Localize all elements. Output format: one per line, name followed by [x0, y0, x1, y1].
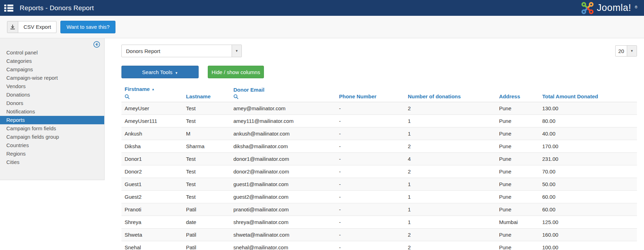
cell-address: Pune [496, 165, 539, 178]
download-icon [7, 21, 18, 33]
sidebar-item-campaign-fields-group[interactable]: Campaign fields group [0, 133, 104, 141]
cell-donor-email: diksha@mailinator.com [230, 140, 336, 153]
cell-donor-email: donor2@mailinator.com [230, 165, 336, 178]
registered-mark: ® [635, 5, 637, 9]
cell-lastname: Test [183, 115, 230, 127]
cell-lastname: date [183, 216, 230, 229]
cell-phone-number: - [336, 216, 405, 229]
column-label: Total Amount Donated [542, 93, 598, 99]
cell-donor-email: ankush@mailinator.com [230, 127, 336, 140]
column-header-donor-email[interactable]: Donor Email [230, 85, 336, 102]
cell-lastname: Test [183, 165, 230, 178]
brand-name: Joomla! [597, 2, 631, 13]
cell-phone-number: - [336, 127, 405, 140]
cell-lastname: Patil [183, 241, 230, 250]
cell-number-of-donations: 1 [405, 178, 496, 191]
collapse-sidebar-button[interactable] [93, 41, 100, 48]
column-header-firstname[interactable]: Firstname▲ [121, 85, 183, 102]
cell-total-amount-donated: 170.00 [539, 140, 637, 153]
sidebar-item-countries[interactable]: Countries [0, 141, 104, 150]
caret-down-icon: ▼ [175, 71, 178, 75]
column-header-address[interactable]: Address [496, 85, 539, 102]
cell-total-amount-donated: 60.00 [539, 203, 637, 216]
cell-total-amount-donated: 231.00 [539, 153, 637, 165]
cell-lastname: Test [183, 153, 230, 165]
joomla-brand: Joomla!® [581, 2, 637, 14]
cell-address: Pune [496, 102, 539, 115]
report-select-caret-button[interactable]: ▼ [232, 45, 241, 57]
cell-phone-number: - [336, 165, 405, 178]
sidebar-item-campaign-wise-report[interactable]: Campaign-wise report [0, 74, 104, 82]
hide-show-columns-button[interactable]: Hide / show columns [208, 66, 264, 78]
cell-phone-number: - [336, 140, 405, 153]
cell-donor-email: shweta@mailinator.com [230, 229, 336, 241]
column-label: Phone Number [339, 93, 377, 99]
cell-firstname: Donor1 [121, 153, 183, 165]
column-label: Donor Email [233, 87, 264, 93]
cell-lastname: Sharma [183, 140, 230, 153]
table-row: PranotiPatilpranoti@mailinator.com-1Pune… [121, 203, 637, 216]
menu-toggle-button[interactable] [4, 4, 14, 12]
sidebar-item-notifications[interactable]: Notifications [0, 107, 104, 116]
cell-phone-number: - [336, 115, 405, 127]
cell-lastname: Test [183, 102, 230, 115]
cell-total-amount-donated: 125.00 [539, 216, 637, 229]
csv-export-button[interactable]: CSV Export [7, 21, 57, 33]
save-prompt-button[interactable]: Want to save this? [60, 21, 115, 33]
cell-phone-number: - [336, 229, 405, 241]
search-tools-button[interactable]: Search Tools▼ [121, 66, 199, 78]
cell-address: Pune [496, 115, 539, 127]
report-select[interactable]: Donors Report ▼ [121, 45, 242, 57]
cell-firstname: AmeyUser111 [121, 115, 183, 127]
cell-address: Pune [496, 229, 539, 241]
cell-firstname: Guest1 [121, 178, 183, 191]
cell-number-of-donations: 2 [405, 140, 496, 153]
main-content: Donors Report ▼ 20 ▼ Search Tools▼ Hide … [105, 38, 644, 250]
table-row: ShwetaPatilshweta@mailinator.com-2Pune16… [121, 229, 637, 241]
sidebar-item-control-panel[interactable]: Control panel [0, 48, 104, 57]
cell-lastname: Test [183, 178, 230, 191]
cell-firstname: Pranoti [121, 203, 183, 216]
page-size-caret-button[interactable]: ▼ [627, 46, 637, 56]
cell-firstname: Snehal [121, 241, 183, 250]
cell-total-amount-donated: 80.00 [539, 115, 637, 127]
cell-phone-number: - [336, 241, 405, 250]
column-search-button[interactable] [233, 94, 333, 100]
table-body: AmeyUserTestamey@mailinator.com-2Pune130… [121, 102, 637, 250]
sidebar-item-vendors[interactable]: Vendors [0, 82, 104, 91]
table-header-row: Firstname▲LastnameDonor EmailPhone Numbe… [121, 85, 637, 102]
column-header-total-amount-donated[interactable]: Total Amount Donated [539, 85, 637, 102]
cell-total-amount-donated: 70.00 [539, 165, 637, 178]
sidebar: Control panelCategoriesCampaignsCampaign… [0, 38, 105, 180]
report-select-value: Donors Report [122, 45, 232, 57]
search-tools-label: Search Tools [142, 69, 172, 75]
column-header-lastname[interactable]: Lastname [183, 85, 230, 102]
column-search-button[interactable] [125, 94, 180, 100]
cell-firstname: Shweta [121, 229, 183, 241]
table-row: Donor2Testdonor2@mailinator.com-2Pune70.… [121, 165, 637, 178]
sidebar-item-donations[interactable]: Donations [0, 91, 104, 99]
top-header-bar: Reports - Donors Report Joomla!® [0, 0, 644, 16]
cell-lastname: Patil [183, 203, 230, 216]
table-row: SnehalPatilsnehal@mailinator.com-2Pune10… [121, 241, 637, 250]
controls-row: Donors Report ▼ 20 ▼ [121, 45, 637, 57]
chevron-down-icon: ▼ [630, 50, 633, 53]
cell-lastname: M [183, 127, 230, 140]
sidebar-item-campaigns[interactable]: Campaigns [0, 65, 104, 74]
sidebar-item-campaign-form-fields[interactable]: Campaign form fields [0, 124, 104, 133]
sidebar-item-reports[interactable]: Reports [0, 116, 104, 124]
column-header-phone-number[interactable]: Phone Number [336, 85, 405, 102]
page-size-select[interactable]: 20 ▼ [615, 45, 637, 57]
page-title: Reports - Donors Report [20, 4, 581, 12]
table-row: Guest1Testguest1@mailinator.com-1Pune50.… [121, 178, 637, 191]
table-buttons-row: Search Tools▼ Hide / show columns [121, 66, 637, 78]
sidebar-item-regions[interactable]: Regions [0, 150, 104, 158]
sidebar-item-categories[interactable]: Categories [0, 57, 104, 65]
sidebar-item-donors[interactable]: Donors [0, 99, 104, 107]
column-header-number-of-donations[interactable]: Number of donations [405, 85, 496, 102]
donors-report-table: Firstname▲LastnameDonor EmailPhone Numbe… [121, 85, 637, 250]
cell-donor-email: amey111@mailinator.com [230, 115, 336, 127]
sidebar-item-cities[interactable]: Cities [0, 158, 104, 166]
cell-number-of-donations: 2 [405, 241, 496, 250]
table-row: AnkushMankush@mailinator.com-1Pune40.00 [121, 127, 637, 140]
